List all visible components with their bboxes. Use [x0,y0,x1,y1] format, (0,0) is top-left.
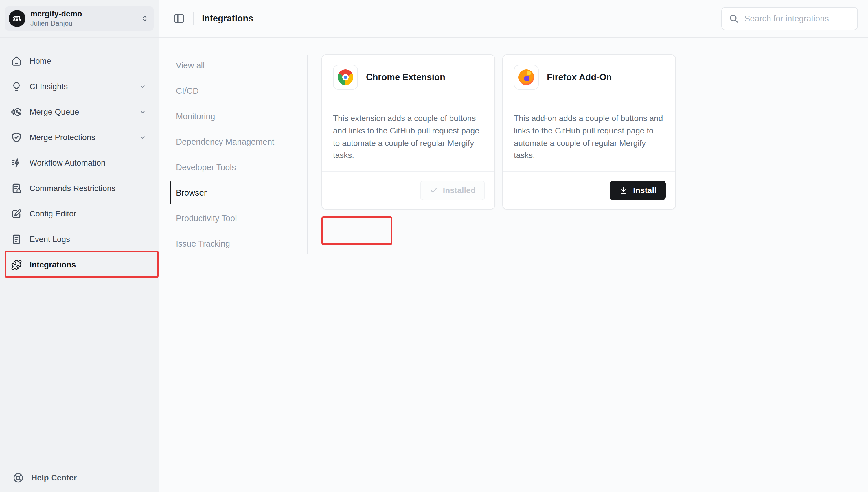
main-area: Integrations View all CI/CD Monitoring D… [159,0,868,492]
category-ci-cd[interactable]: CI/CD [176,78,274,104]
account-names: mergify-demo Julien Danjou [30,9,135,27]
chevron-down-icon[interactable] [138,133,147,142]
file-text-icon [11,234,22,245]
search-box[interactable] [721,7,858,30]
page-title: Integrations [202,13,253,24]
sidebar-item-label: Event Logs [29,235,70,244]
category-monitoring[interactable]: Monitoring [176,104,274,129]
sidebar-item-merge-protections[interactable]: Merge Protections [0,127,158,148]
card-description: This extension adds a couple of buttons … [333,112,482,162]
category-view-all[interactable]: View all [176,53,274,78]
sidebar-item-workflow-automation[interactable]: Workflow Automation [0,153,158,173]
sidebar-item-label: Workflow Automation [29,158,106,168]
installed-label: Installed [443,186,476,195]
sidebar-item-label: CI Insights [29,82,68,91]
file-lock-icon [11,183,22,194]
account-user-name: Julien Danjou [30,19,135,27]
search-icon [729,14,739,23]
download-icon [619,186,628,195]
sidebar-item-label: Integrations [29,260,76,269]
sidebar-item-commands-restrictions[interactable]: Commands Restrictions [0,178,158,199]
chrome-logo-box [333,65,358,90]
sidebar: mergify-demo Julien Danjou Home CI Insig… [0,0,159,492]
category-browser[interactable]: Browser [176,180,274,205]
category-list: View all CI/CD Monitoring Dependency Man… [176,53,274,256]
mergify-m-icon [12,14,22,23]
install-button[interactable]: Install [610,180,666,200]
firefox-icon [518,70,534,85]
merge-queue-icon [11,106,22,118]
category-developer-tools[interactable]: Developer Tools [176,154,274,180]
sidebar-item-label: Config Editor [29,209,76,219]
square-pen-icon [11,208,22,219]
help-center-link[interactable]: Help Center [13,472,77,483]
install-label: Install [633,186,657,195]
sidebar-item-label: Merge Queue [29,107,79,117]
firefox-logo-box [514,65,539,90]
chrome-icon [338,70,353,85]
sidebar-item-merge-queue[interactable]: Merge Queue [0,102,158,122]
sidebar-item-config-editor[interactable]: Config Editor [0,204,158,224]
account-org-name: mergify-demo [30,9,135,19]
sidebar-nav: Home CI Insights Merge Queue [0,51,158,280]
sidebar-item-ci-insights[interactable]: CI Insights [0,76,158,97]
category-productivity-tool[interactable]: Productivity Tool [176,205,274,231]
active-category-indicator [170,181,171,204]
category-issue-tracking[interactable]: Issue Tracking [176,231,274,256]
help-center-label: Help Center [31,473,77,483]
sidebar-item-integrations[interactable]: Integrations [0,255,158,275]
shield-check-icon [11,132,22,143]
lifebuoy-icon [13,472,24,483]
sidebar-item-label: Merge Protections [29,133,95,142]
card-title: Chrome Extension [366,72,445,82]
sidebar-item-event-logs[interactable]: Event Logs [0,229,158,249]
sidebar-item-home[interactable]: Home [0,51,158,71]
firefox-addon-card: Firefox Add-On This add-on adds a couple… [502,54,676,210]
chevron-down-icon[interactable] [138,108,147,116]
card-title: Firefox Add-On [547,72,612,82]
sidebar-toggle-icon[interactable] [173,13,185,25]
integrations-content: View all CI/CD Monitoring Dependency Man… [159,38,868,492]
search-input[interactable] [744,14,854,24]
sidebar-item-label: Commands Restrictions [29,184,116,193]
category-dependency-management[interactable]: Dependency Management [176,129,274,154]
card-description: This add-on adds a couple of buttons and… [514,112,663,162]
check-icon [429,186,438,195]
chrome-extension-card: Chrome Extension This extension adds a c… [322,54,495,210]
installed-button[interactable]: Installed [420,180,485,200]
card-footer: Installed [322,171,494,209]
sidebar-item-label: Home [29,56,51,66]
integration-cards: Chrome Extension This extension adds a c… [322,54,676,210]
chevron-down-icon[interactable] [138,82,147,91]
page-header: Integrations [159,0,868,38]
header-divider [193,12,194,25]
vertical-divider [307,55,308,254]
zap-icon [11,157,22,168]
home-icon [11,55,22,67]
puzzle-icon [11,259,22,270]
account-switcher[interactable]: mergify-demo Julien Danjou [5,6,154,31]
chevrons-up-down-icon [140,14,149,23]
mergify-logo-avatar [9,10,25,27]
card-footer: Install [503,171,675,209]
sidebar-header: mergify-demo Julien Danjou [0,0,158,38]
lightbulb-icon [11,81,22,92]
